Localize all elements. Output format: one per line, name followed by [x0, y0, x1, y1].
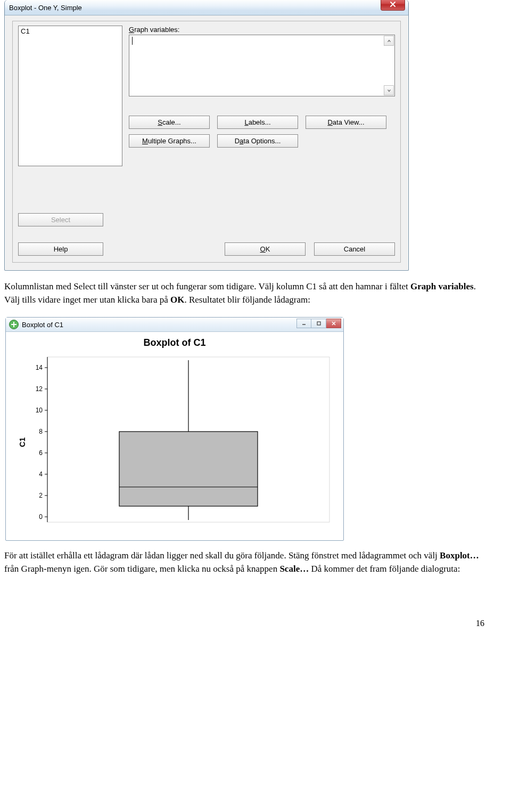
minimize-icon: [301, 321, 307, 326]
titlebar: Boxplot - One Y, Simple: [5, 0, 408, 15]
svg-text:10: 10: [36, 407, 43, 414]
list-item[interactable]: C1: [21, 27, 120, 35]
scroll-up-button[interactable]: [384, 36, 394, 46]
graph-variables-input[interactable]: [129, 35, 395, 96]
chart-title: Boxplot of C1: [12, 337, 337, 348]
data-view-button[interactable]: Data View...: [306, 116, 386, 129]
help-button[interactable]: Help: [18, 242, 103, 256]
chart-titlebar: Boxplot of C1: [6, 318, 343, 332]
svg-text:0: 0: [39, 513, 43, 521]
page-number: 16: [4, 619, 495, 628]
boxplot-chart-window: Boxplot of C1 Boxplot of C1 02468101214 …: [5, 317, 344, 541]
chart-close-button[interactable]: [326, 319, 341, 328]
close-icon: [331, 321, 336, 326]
boxplot-chart: 02468101214 C1: [15, 352, 335, 533]
graph-variables-label: Graph variables:: [129, 26, 395, 34]
chevron-down-icon: [387, 88, 391, 93]
svg-rect-1: [317, 322, 320, 325]
minimize-button[interactable]: [296, 319, 311, 328]
ok-button[interactable]: OK: [225, 242, 306, 256]
column-listbox[interactable]: C1: [18, 26, 122, 166]
dialog-title: Boxplot - One Y, Simple: [9, 4, 82, 12]
y-axis-label: C1: [18, 437, 27, 447]
body-paragraph: Kolumnlistan med Select till vänster ser…: [4, 280, 489, 306]
scroll-down-button[interactable]: [384, 85, 394, 95]
svg-text:12: 12: [36, 385, 43, 393]
svg-text:6: 6: [39, 449, 43, 457]
boxplot-dialog: Boxplot - One Y, Simple C1 Graph variabl…: [4, 0, 409, 271]
select-button[interactable]: Select: [18, 213, 103, 226]
labels-button[interactable]: Labels...: [217, 116, 298, 129]
close-button[interactable]: [381, 0, 405, 11]
cancel-button[interactable]: Cancel: [314, 242, 395, 256]
minitab-plus-icon: [9, 320, 19, 329]
svg-text:8: 8: [39, 428, 43, 435]
svg-rect-22: [119, 432, 258, 506]
maximize-button[interactable]: [311, 319, 326, 328]
scale-button[interactable]: Scale...: [129, 116, 210, 129]
chart-window-title: Boxplot of C1: [22, 321, 63, 329]
svg-text:4: 4: [39, 470, 43, 478]
multiple-graphs-button[interactable]: Multiple Graphs...: [129, 134, 210, 148]
svg-text:14: 14: [36, 364, 43, 371]
body-paragraph: För att istället erhålla ett lådagram dä…: [4, 549, 489, 575]
maximize-icon: [316, 321, 322, 326]
close-icon: [390, 1, 396, 7]
svg-text:2: 2: [39, 492, 43, 499]
data-options-button[interactable]: Data Options...: [217, 134, 298, 148]
text-caret: [132, 37, 133, 45]
chevron-up-icon: [387, 39, 391, 43]
